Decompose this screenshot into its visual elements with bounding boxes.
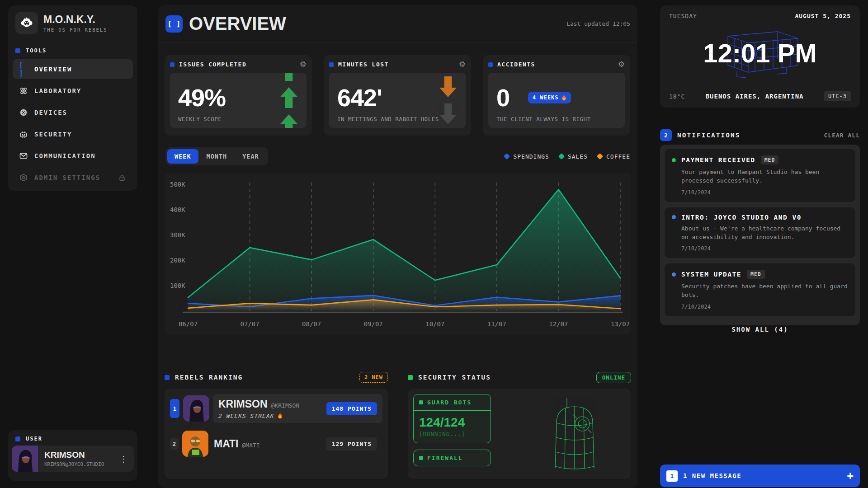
tab-year[interactable]: YEAR	[235, 149, 266, 164]
rebel-handle: @MATI	[242, 442, 260, 449]
clear-all-button[interactable]: CLEAR ALL	[824, 132, 860, 139]
stat-value: 0	[496, 84, 509, 112]
rank-badge: 2	[170, 438, 179, 450]
gear-icon[interactable]: ⚙	[300, 61, 307, 68]
diamond-icon	[558, 153, 565, 160]
notification-payment-received[interactable]: PAYMENT RECEIVED MED Your payment to Ram…	[665, 149, 855, 202]
rebel-name: MATI	[214, 438, 239, 450]
streak-badge: 4 WEEKS	[528, 92, 571, 103]
stats-row: ISSUES COMPLETED ⚙ 49% WEEKLY SCOPE M	[158, 42, 637, 136]
stat-label: WEEKLY SCOPE	[178, 116, 222, 122]
points-badge: 148 POINTS	[326, 402, 377, 415]
notifications-list: PAYMENT RECEIVED MED Your payment to Ram…	[660, 145, 860, 325]
app-tagline: THE OS FOR REBELS	[43, 27, 107, 33]
module-bullet	[419, 400, 423, 404]
flame-icon	[561, 95, 566, 101]
tools-section-label: TOOLS	[8, 40, 137, 57]
area-chart: 100K200K300K400K500K06/0707/0708/0709/07…	[165, 173, 631, 335]
clock-widget: TUESDAY AUGUST 5, 2025 12:01 PM 18°C BUE…	[660, 5, 860, 108]
ranking-list: 1 KRIMSON @KRIMSON	[165, 389, 388, 479]
clock-time: 12:01 PM	[660, 38, 860, 68]
legend-spendings[interactable]: SPENDINGS	[505, 153, 549, 160]
notification-date: 7/10/2024	[681, 304, 848, 310]
stat-title: ISSUES COMPLETED	[179, 61, 246, 68]
user-menu-dots-icon[interactable]: ⋮	[118, 452, 129, 465]
bottom-row: REBELS RANKING 2 NEW 1	[158, 335, 637, 479]
security-title: SECURITY STATUS	[418, 374, 491, 381]
tab-week[interactable]: WEEK	[167, 149, 198, 164]
svg-text:200K: 200K	[170, 257, 185, 264]
user-name: KRIMSON	[44, 450, 104, 460]
section-bullet	[15, 48, 20, 53]
gear-icon[interactable]: ⚙	[459, 61, 466, 68]
card-bullet	[170, 62, 175, 67]
svg-text:13/07: 13/07	[611, 320, 630, 328]
clock-utc-chip: UTC-3	[824, 91, 851, 101]
app-logo-row: M.O.N.K.Y. THE OS FOR REBELS	[8, 5, 137, 40]
card-bullet	[329, 62, 334, 67]
nut-icon	[19, 173, 28, 182]
main-content: [ ] OVERVIEW Last updated 12:05 ISSUES C…	[158, 5, 637, 488]
notification-body: Your payment to Rampant Studio has been …	[681, 168, 848, 185]
clock-location: BUENOS AIRES, ARGENTINA	[685, 93, 824, 100]
plus-icon[interactable]: +	[847, 470, 854, 481]
rebel-streak: 2 WEEKS STREAK	[218, 413, 299, 419]
message-count-badge: 1	[666, 470, 678, 482]
overview-brackets-icon: [ ]	[165, 15, 183, 33]
ranking-row-krimson[interactable]: 1 KRIMSON @KRIMSON	[170, 394, 382, 423]
user-card[interactable]: KRIMSON KRIMSON@JOYCO.STUDIO ⋮	[12, 446, 134, 472]
diamond-icon	[504, 153, 510, 160]
svg-text:300K: 300K	[170, 231, 185, 239]
legend-sales[interactable]: SALES	[559, 153, 588, 160]
sidebar-item-overview[interactable]: [ ] OVERVIEW	[13, 59, 133, 79]
user-email: KRIMSON@JOYCO.STUDIO	[44, 461, 104, 467]
notifications-title: NOTIFICATIONS	[677, 131, 741, 139]
clock-temperature: 18°C	[669, 93, 685, 100]
status-dot	[672, 272, 676, 277]
page-title: OVERVIEW	[189, 14, 286, 34]
svg-text:400K: 400K	[170, 206, 185, 213]
rank-badge: 1	[170, 399, 179, 418]
trend-up-arrows-icon	[278, 73, 299, 128]
chart-toolbar: WEEK MONTH YEAR SPENDINGS SALES COFFEE	[158, 136, 637, 165]
stat-card-minutes-lost: MINUTES LOST ⚙ 642' IN MEETINGS AND RABB…	[324, 55, 471, 136]
guard-bots-state: [RUNNING...]	[414, 431, 491, 443]
notification-body: Security patches have been applied to al…	[681, 282, 848, 300]
points-badge: 129 POINTS	[326, 437, 377, 450]
legend-coffee[interactable]: COFFEE	[598, 153, 630, 160]
user-avatar	[12, 446, 38, 472]
sidebar: M.O.N.K.Y. THE OS FOR REBELS TOOLS [ ] O…	[8, 5, 137, 191]
tab-month[interactable]: MONTH	[199, 149, 235, 164]
svg-text:100K: 100K	[170, 282, 185, 289]
monkey-logo-icon	[15, 12, 38, 34]
status-dot	[672, 158, 676, 162]
new-message-bar[interactable]: 1 1 NEW MESSAGE +	[660, 465, 860, 487]
gear-icon[interactable]: ⚙	[618, 61, 625, 68]
stat-title: ACCIDENTS	[497, 61, 535, 68]
svg-text:500K: 500K	[170, 181, 185, 188]
notification-system-update[interactable]: SYSTEM UPDATE MED Security patches have …	[665, 263, 855, 316]
ranking-row-mati[interactable]: 2 MATI @MATI	[170, 429, 382, 458]
module-bullet	[419, 456, 423, 460]
sidebar-item-laboratory[interactable]: LABORATORY	[13, 81, 133, 101]
show-all-button[interactable]: SHOW ALL (4)	[665, 322, 855, 335]
sidebar-item-security[interactable]: SECURITY	[13, 124, 133, 144]
rebel-name: KRIMSON	[218, 398, 268, 410]
firewall-module: FIREWALL	[413, 450, 491, 466]
app-name: M.O.N.K.Y.	[43, 14, 107, 26]
sidebar-item-communication[interactable]: COMMUNICATION	[13, 146, 133, 166]
svg-text:07/07: 07/07	[240, 320, 259, 328]
message-text: 1 NEW MESSAGE	[683, 472, 741, 479]
sidebar-item-admin-settings[interactable]: ADMIN SETTINGS	[13, 168, 133, 188]
chip-icon	[19, 108, 28, 117]
diamond-icon	[597, 153, 603, 160]
stat-label: IN MEETINGS AND RABBIT HOLES	[337, 116, 439, 122]
security-status-section: SECURITY STATUS ONLINE GUARD BOTS 124/12…	[408, 371, 631, 479]
trend-down-arrows-icon	[438, 73, 458, 128]
svg-text:06/07: 06/07	[179, 320, 198, 328]
notification-intro[interactable]: INTRO: JOYCO STUDIO AND V0 About us - We…	[665, 207, 855, 258]
notification-date: 7/10/2024	[681, 245, 848, 252]
stat-title: MINUTES LOST	[338, 61, 389, 68]
card-bullet	[488, 62, 493, 67]
sidebar-item-devices[interactable]: DEVICES	[13, 103, 133, 122]
